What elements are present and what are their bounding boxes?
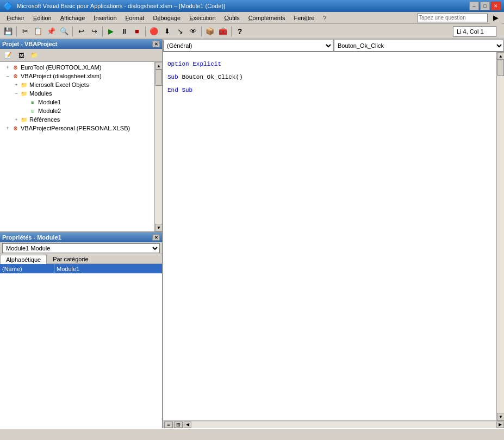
menu-debogage[interactable]: Débogage [148, 14, 185, 22]
label-references: Références [29, 116, 60, 123]
menu-help[interactable]: ? [319, 14, 331, 22]
toggle-personal[interactable]: + [4, 125, 11, 131]
project-panel-close[interactable]: ✕ [152, 41, 160, 47]
pause-button[interactable]: ⏸ [118, 26, 130, 37]
code-bottom-scrollbar: ≡ ⊞ ◀ ▶ [163, 420, 504, 428]
menu-fichier[interactable]: Fichier [2, 14, 29, 22]
maximize-button[interactable]: □ [480, 2, 490, 10]
tree-item-references[interactable]: + 📁 Références [1, 115, 153, 124]
code-scroll-up-btn[interactable]: ▲ [497, 52, 504, 60]
label-module1: Module1 [38, 99, 61, 105]
help-button[interactable]: ? [234, 26, 246, 37]
view-code-button[interactable]: 📝 [2, 49, 14, 61]
menu-format[interactable]: Format [121, 14, 149, 22]
code-scroll-thumb[interactable] [497, 60, 504, 76]
procedure-view-btn[interactable]: ≡ [164, 422, 173, 428]
folder-icon-references: 📁 [20, 116, 28, 123]
close-button[interactable]: ✕ [491, 2, 501, 10]
code-scrollbar-y[interactable]: ▲ ▼ [496, 52, 504, 420]
scroll-left-btn[interactable]: ◀ [184, 422, 191, 428]
cursor-status: Li 4, Col 1 [453, 26, 496, 37]
save-button[interactable]: 💾 [2, 26, 14, 37]
proc-dropdown[interactable]: Bouton_Ok_Click [334, 40, 504, 52]
project-panel-titlebar: Projet - VBAProject ✕ [0, 39, 162, 49]
menu-affichage[interactable]: Affichage [56, 14, 90, 22]
menu-insertion[interactable]: Insertion [89, 14, 121, 22]
paste-button[interactable]: 📌 [45, 26, 57, 37]
h-scrollbar-area[interactable] [191, 422, 496, 428]
label-eurotool: EuroTool (EUROTOOL.XLAM) [21, 64, 101, 71]
toggle-module2 [22, 108, 28, 114]
label-excel-objects: Microsoft Excel Objets [29, 81, 89, 88]
stop-button[interactable]: ■ [131, 26, 143, 37]
code-scroll-track[interactable] [497, 60, 504, 413]
module-view-btn[interactable]: ⊞ [174, 422, 183, 428]
tree-item-personal[interactable]: + ⚙ VBAProjectPersonal (PERSONAL.XLSB) [1, 124, 153, 133]
app-icon: 🔷 [3, 2, 13, 10]
code-area[interactable]: Option Explicit Sub Bouton_Ok_Click() En… [163, 52, 496, 420]
code-scroll-down-btn[interactable]: ▼ [497, 413, 504, 420]
h-scrollbar-track[interactable]: ◀ ▶ [184, 422, 504, 428]
tab-alphabetique[interactable]: Alphabétique [0, 255, 47, 264]
title-bar-title: Microsoft Visual Basic pour Applications… [17, 3, 225, 9]
view-object-button[interactable]: 🖼 [15, 49, 27, 61]
menu-execution[interactable]: Exécution [185, 14, 220, 22]
search-input[interactable] [417, 14, 488, 22]
module-icon-module2: ≡ [29, 107, 36, 115]
scrollbar-track[interactable] [155, 70, 162, 224]
properties-panel-close[interactable]: ✕ [152, 234, 160, 241]
props-row-name[interactable]: (Name) Module1 [0, 264, 162, 274]
toggle-folders-button[interactable]: 📁 [28, 49, 40, 61]
watch-button[interactable]: 👁 [187, 26, 199, 37]
project-scrollbar[interactable]: ▲ ▼ [154, 62, 162, 231]
toggle-eurotool[interactable]: + [4, 64, 11, 71]
label-module2: Module2 [38, 108, 61, 114]
menu-search-area: ▶ [417, 12, 502, 24]
redo-button[interactable]: ↪ [88, 26, 100, 37]
tree-item-vbaproject[interactable]: – ⚙ VBAProject (dialogsheet.xlsm) [1, 72, 153, 80]
menu-edition[interactable]: Edition [29, 14, 56, 22]
tree-item-modules[interactable]: – 📁 Modules [1, 89, 153, 98]
copy-button[interactable]: 📋 [32, 26, 44, 37]
properties-panel-titlebar: Propriétés - Module1 ✕ [0, 232, 162, 242]
tab-par-categorie[interactable]: Par catégorie [47, 254, 94, 263]
project-tree[interactable]: + ⚙ EuroTool (EUROTOOL.XLAM) – ⚙ VBAProj… [0, 62, 154, 231]
object-dropdown[interactable]: (Général) [163, 40, 333, 52]
tree-item-module1[interactable]: ≡ Module1 [1, 98, 153, 106]
project-panel-title: Projet - VBAProject [2, 41, 57, 47]
folder-icon-excel-objects: 📁 [20, 81, 28, 89]
tree-item-module2[interactable]: ≡ Module2 [1, 106, 153, 115]
step-in-button[interactable]: ⬇ [161, 26, 173, 37]
menu-complements[interactable]: Compléments [244, 14, 290, 22]
properties-object-select[interactable]: Module1 Module [2, 243, 160, 253]
step-over-button[interactable]: ↘ [174, 26, 186, 37]
toggle-excel-objects[interactable]: + [13, 81, 20, 88]
toggle-breakpoint-button[interactable]: 🔴 [148, 26, 160, 37]
tree-item-excel-objects[interactable]: + 📁 Microsoft Excel Objets [1, 80, 153, 89]
object-browser-button[interactable]: 📦 [204, 26, 216, 37]
undo-button[interactable]: ↩ [75, 26, 87, 37]
left-panel: Projet - VBAProject ✕ 📝 🖼 📁 + ⚙ EuroTool… [0, 39, 163, 428]
tree-item-eurotool[interactable]: + ⚙ EuroTool (EUROTOOL.XLAM) [1, 63, 153, 72]
menu-outils[interactable]: Outils [220, 14, 244, 22]
search-go-button[interactable]: ▶ [490, 12, 502, 24]
scrollbar-down-btn[interactable]: ▼ [155, 224, 163, 231]
toggle-references[interactable]: + [13, 116, 20, 123]
find-button[interactable]: 🔍 [58, 26, 70, 37]
toggle-modules[interactable]: – [13, 90, 20, 97]
scrollbar-up-btn[interactable]: ▲ [155, 62, 163, 70]
scrollbar-thumb[interactable] [155, 70, 162, 86]
properties-panel: Propriétés - Module1 ✕ Module1 Module Al… [0, 232, 162, 428]
code-editor-panel: (Général) Bouton_Ok_Click Option Explici… [163, 39, 504, 428]
minimize-button[interactable]: – [469, 2, 479, 10]
cut-button[interactable]: ✂ [19, 26, 31, 37]
menu-fenetre[interactable]: Fenêtre [290, 14, 319, 22]
toggle-vbaproject[interactable]: – [4, 73, 11, 79]
toolbar-sep-3 [102, 27, 103, 36]
vba-icon-vbaproject: ⚙ [11, 72, 19, 80]
menu-bar: Fichier Edition Affichage Insertion Form… [0, 12, 504, 24]
scroll-right-btn[interactable]: ▶ [496, 422, 504, 428]
run-button[interactable]: ▶ [105, 26, 117, 37]
toolbar-sep-1 [16, 27, 17, 36]
toolbox-button[interactable]: 🧰 [217, 26, 229, 37]
